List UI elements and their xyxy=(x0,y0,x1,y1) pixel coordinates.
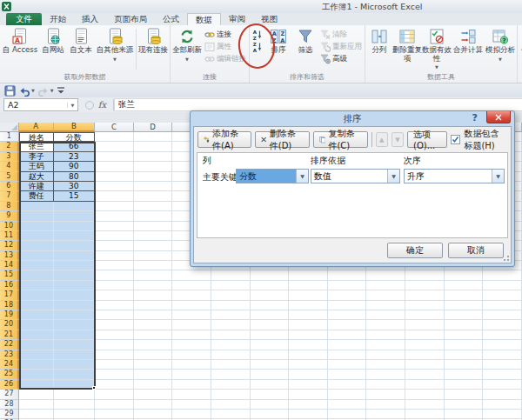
cell-J25[interactable] xyxy=(366,370,405,379)
cell-H19[interactable] xyxy=(289,310,328,320)
cell-M27[interactable] xyxy=(483,390,522,399)
refresh-all-button[interactable]: 全部刷新▼ xyxy=(171,26,203,72)
cell-B3[interactable]: 23 xyxy=(54,152,96,162)
cell-H27[interactable] xyxy=(289,390,328,399)
create-group-button[interactable]: 创建组▼ xyxy=(519,26,522,72)
sort-on-select[interactable]: 数值 ▼ xyxy=(311,169,400,183)
cell-E17[interactable] xyxy=(172,290,211,300)
cell-D11[interactable] xyxy=(134,231,173,241)
cell-I17[interactable] xyxy=(328,290,367,300)
cell-A14[interactable] xyxy=(19,261,54,270)
cell-B1[interactable]: 分数 xyxy=(54,132,96,142)
chevron-down-icon[interactable]: ▼ xyxy=(296,170,308,183)
cell-M26[interactable] xyxy=(483,380,522,390)
cell-I27[interactable] xyxy=(328,390,367,399)
cell-K15[interactable] xyxy=(405,270,445,280)
advanced-button[interactable]: 高级 xyxy=(318,53,364,65)
cell-C17[interactable] xyxy=(95,290,134,300)
cell-C9[interactable] xyxy=(95,211,134,221)
cell-I24[interactable] xyxy=(328,360,367,370)
cell-E28[interactable] xyxy=(172,400,211,410)
cell-D21[interactable] xyxy=(134,330,173,340)
column-header-C[interactable]: C xyxy=(95,123,134,132)
cell-M17[interactable] xyxy=(483,290,522,300)
cell-I21[interactable] xyxy=(328,330,367,340)
cell-C27[interactable] xyxy=(95,390,134,399)
resize-grip[interactable] xyxy=(502,254,510,262)
cell-L19[interactable] xyxy=(445,310,484,320)
row-header-16[interactable]: 16 xyxy=(0,281,19,290)
row-header-28[interactable]: 28 xyxy=(0,400,19,410)
cell-A19[interactable] xyxy=(19,310,54,320)
cell-A28[interactable] xyxy=(19,400,54,410)
existing-connections-button[interactable]: 现有连接 xyxy=(137,26,169,72)
cell-J23[interactable] xyxy=(366,350,405,360)
cell-D13[interactable] xyxy=(134,251,173,261)
cell-D1[interactable] xyxy=(134,132,173,142)
cell-D8[interactable] xyxy=(134,202,173,211)
row-header-2[interactable]: 2 xyxy=(0,142,19,151)
cell-E15[interactable] xyxy=(172,270,211,280)
sort-column-select[interactable]: 分数 ▼ xyxy=(236,169,309,183)
cell-L21[interactable] xyxy=(445,330,484,340)
from-other-sources-button[interactable]: 自其他来源▼ xyxy=(95,26,135,72)
cell-I25[interactable] xyxy=(328,370,367,379)
cell-B18[interactable] xyxy=(54,301,96,310)
cell-B8[interactable] xyxy=(54,202,96,211)
cell-I22[interactable] xyxy=(328,340,367,350)
row-header-4[interactable]: 4 xyxy=(0,162,19,171)
formula-input[interactable]: 张兰 xyxy=(114,98,522,111)
cell-M20[interactable] xyxy=(483,320,522,330)
cell-D6[interactable] xyxy=(134,182,173,191)
name-box[interactable]: A2 ▼ xyxy=(3,98,78,111)
row-header-14[interactable]: 14 xyxy=(0,261,19,270)
cell-M21[interactable] xyxy=(483,330,522,340)
cell-C8[interactable] xyxy=(95,202,134,211)
cell-A3[interactable]: 李子 xyxy=(19,152,54,162)
cell-C16[interactable] xyxy=(95,281,134,290)
tab-插入[interactable]: 插入 xyxy=(74,13,106,25)
cell-F15[interactable] xyxy=(211,270,251,280)
cell-B28[interactable] xyxy=(54,400,96,410)
cell-G16[interactable] xyxy=(251,281,290,290)
cell-L18[interactable] xyxy=(445,301,484,310)
cell-H15[interactable] xyxy=(289,270,328,280)
cell-F21[interactable] xyxy=(211,330,251,340)
cell-H28[interactable] xyxy=(289,400,328,410)
cell-L15[interactable] xyxy=(445,270,484,280)
order-select[interactable]: 升序 ▼ xyxy=(404,169,505,183)
row-header-24[interactable]: 24 xyxy=(0,360,19,370)
cell-A29[interactable] xyxy=(19,410,54,419)
cell-G24[interactable] xyxy=(251,360,290,370)
cell-C11[interactable] xyxy=(95,231,134,241)
cell-A9[interactable] xyxy=(19,211,54,221)
cell-F16[interactable] xyxy=(211,281,251,290)
cell-B2[interactable]: 66 xyxy=(54,142,96,151)
cell-J19[interactable] xyxy=(366,310,405,320)
ok-button[interactable]: 确定 xyxy=(387,243,443,258)
cell-L27[interactable] xyxy=(445,390,484,399)
cell-B16[interactable] xyxy=(54,281,96,290)
row-header-11[interactable]: 11 xyxy=(0,231,19,241)
cell-C21[interactable] xyxy=(95,330,134,340)
row-header-12[interactable]: 12 xyxy=(0,241,19,250)
cell-F23[interactable] xyxy=(211,350,251,360)
row-header-18[interactable]: 18 xyxy=(0,301,19,310)
cell-F20[interactable] xyxy=(211,320,251,330)
cell-B29[interactable] xyxy=(54,410,96,419)
from-web-button[interactable]: 自网站 xyxy=(39,26,67,72)
cell-E25[interactable] xyxy=(172,370,211,379)
cell-L20[interactable] xyxy=(445,320,484,330)
cell-A26[interactable] xyxy=(19,380,54,390)
cell-J18[interactable] xyxy=(366,301,405,310)
what-if-button[interactable]: ?模拟分析▼ xyxy=(485,26,516,72)
cell-A1[interactable]: 姓名 xyxy=(19,132,54,142)
cell-H22[interactable] xyxy=(289,340,328,350)
cell-C10[interactable] xyxy=(95,222,134,231)
row-header-15[interactable]: 15 xyxy=(0,270,19,280)
cell-E22[interactable] xyxy=(172,340,211,350)
cell-L22[interactable] xyxy=(445,340,484,350)
tab-视图[interactable]: 视图 xyxy=(253,13,285,25)
cell-B15[interactable] xyxy=(54,270,96,280)
cell-G20[interactable] xyxy=(251,320,290,330)
